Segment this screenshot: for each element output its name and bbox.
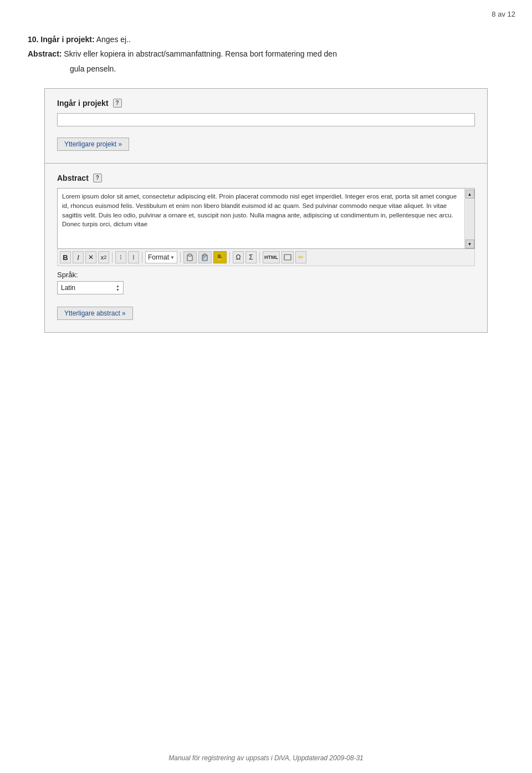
toolbar-sep-5 xyxy=(259,252,260,263)
scroll-track xyxy=(466,199,474,240)
language-value: Latin xyxy=(61,284,75,292)
omega-button[interactable]: Ω xyxy=(233,251,244,263)
projekt-title-text: Ingår i projekt xyxy=(57,99,109,108)
abstract-editor-wrapper: Lorem ipsum dolor sit amet, consectetur … xyxy=(57,188,475,249)
format-label: Format xyxy=(148,253,169,261)
svg-text:T: T xyxy=(203,257,205,260)
svg-rect-8 xyxy=(284,255,291,260)
language-select-wrapper: Latin ▲ ▼ xyxy=(57,281,124,294)
ytterligare-abstract-button[interactable]: Ytterligare abstract » xyxy=(57,307,133,320)
svg-rect-3 xyxy=(203,254,206,256)
intro-line-3: gula penseln. xyxy=(28,63,504,75)
unordered-list-button[interactable]: ⁝ xyxy=(115,251,126,263)
intro-line-3-text: gula penseln. xyxy=(70,64,116,73)
abstract-label: Abstract: xyxy=(28,49,62,58)
select-down-arrow: ▼ xyxy=(116,288,120,292)
svg-rect-6 xyxy=(218,258,221,260)
projekt-input[interactable] xyxy=(57,113,475,126)
abstract-title-text: Abstract xyxy=(57,174,89,182)
projekt-section-title: Ingår i projekt ? xyxy=(57,99,475,108)
scroll-down-button[interactable]: ▼ xyxy=(466,240,474,248)
scrollbar: ▲ ▼ xyxy=(464,189,474,248)
ingaar-label: 10. Ingår i projekt: xyxy=(28,35,95,44)
language-dropdown[interactable]: Latin ▲ ▼ xyxy=(57,281,124,294)
strikethrough-button[interactable]: ✕ xyxy=(85,251,96,263)
form-container: Ingår i projekt ? Ytterligare projekt » … xyxy=(44,88,488,333)
scroll-up-button[interactable]: ▲ xyxy=(466,190,474,199)
sum-button[interactable]: Σ xyxy=(245,251,257,263)
ingaar-text: Anges ej.. xyxy=(95,35,131,44)
select-arrows: ▲ ▼ xyxy=(116,284,120,292)
ordered-list-button[interactable]: ⁞ xyxy=(128,251,139,263)
page-number: 8 av 12 xyxy=(492,10,515,18)
bold-button[interactable]: B xyxy=(60,251,71,263)
brush-button[interactable]: ✏ xyxy=(295,251,306,263)
format-dropdown-arrow: ▼ xyxy=(170,255,175,260)
projekt-section: Ingår i projekt ? Ytterligare projekt » xyxy=(45,89,487,164)
html-badge[interactable]: HTML xyxy=(263,251,280,263)
clear-format-button[interactable] xyxy=(213,251,227,263)
abstract-section-title: Abstract ? xyxy=(57,174,475,182)
toolbar-sep-3 xyxy=(180,252,181,263)
svg-rect-5 xyxy=(218,255,221,259)
intro-line-2: Abstract: Skriv eller kopiera in abstrac… xyxy=(28,48,504,60)
page-footer: Manual för registrering av uppsats i DiV… xyxy=(0,754,532,762)
abstract-help-icon[interactable]: ? xyxy=(93,174,102,182)
toolbar-sep-1 xyxy=(112,252,112,263)
select-up-arrow: ▲ xyxy=(116,284,120,288)
paste-button[interactable] xyxy=(183,251,197,263)
intro-line-1: 10. Ingår i projekt: Anges ej.. xyxy=(28,33,504,45)
abstract-text-content[interactable]: Lorem ipsum dolor sit amet, consectetur … xyxy=(58,189,464,248)
toolbar-sep-2 xyxy=(142,252,142,263)
intro-section: 10. Ingår i projekt: Anges ej.. Abstract… xyxy=(28,33,504,75)
abstract-section: Abstract ? Lorem ipsum dolor sit amet, c… xyxy=(45,164,487,332)
format-dropdown[interactable]: Format ▼ xyxy=(145,251,177,263)
language-label: Språk: xyxy=(57,271,475,279)
toolbar-sep-4 xyxy=(229,252,230,263)
fullscreen-button[interactable] xyxy=(282,251,294,263)
italic-button[interactable]: I xyxy=(73,251,84,263)
ytterligare-projekt-button[interactable]: Ytterligare projekt » xyxy=(57,138,129,151)
editor-toolbar: B I ✕ x2 ⁝ ⁞ Format ▼ xyxy=(57,249,475,266)
paste-text-button[interactable]: T xyxy=(198,251,212,263)
projekt-help-icon[interactable]: ? xyxy=(113,99,122,108)
svg-rect-1 xyxy=(188,254,191,256)
abstract-text-intro: Skriv eller kopiera in abstract/sammanfa… xyxy=(62,49,336,58)
superscript-button[interactable]: x2 xyxy=(98,251,109,263)
language-section: Språk: Latin ▲ ▼ xyxy=(57,271,475,294)
svg-line-7 xyxy=(221,257,222,258)
